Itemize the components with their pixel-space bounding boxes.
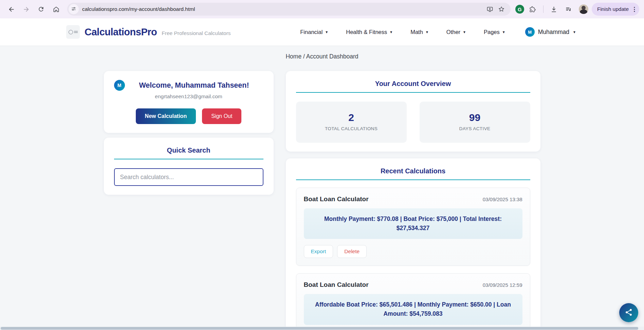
teal-divider (296, 179, 530, 180)
back-button[interactable] (5, 3, 18, 16)
recent-calculations-card: Recent Calculations Boat Loan Calculator… (286, 158, 540, 330)
main-nav: Financial ▼ Health & Fitness ▼ Math ▼ Ot… (300, 29, 505, 35)
welcome-avatar: M (114, 80, 125, 91)
brand-tagline: Free Professional Calculators (162, 30, 231, 36)
stat-days-active: 99 DAYS ACTIVE (420, 102, 530, 143)
nav-health-fitness[interactable]: Health & Fitness ▼ (346, 29, 393, 35)
chevron-down-icon: ▼ (425, 30, 429, 34)
install-icon (486, 6, 493, 13)
breadcrumb: Home / Account Dashboard (0, 53, 644, 60)
chevron-down-icon: ▼ (389, 30, 393, 34)
browser-toolbar: calculationspro.com/my-account/dashboard… (0, 0, 644, 18)
stat-label: DAYS ACTIVE (423, 126, 527, 131)
reload-button[interactable] (35, 3, 48, 16)
forward-icon (23, 6, 30, 13)
stat-label: TOTAL CALCULATIONS (299, 126, 403, 131)
downloads-button[interactable] (548, 3, 560, 16)
welcome-card: M Welcome, Muhammad Tahseen! engrtahseen… (104, 71, 274, 133)
quick-search-title: Quick Search (114, 146, 263, 154)
grammarly-icon: G (518, 6, 522, 12)
bookmark-button[interactable] (496, 3, 507, 15)
back-icon (8, 6, 15, 13)
nav-other[interactable]: Other ▼ (446, 29, 466, 35)
menu-kebab-icon[interactable]: ⋮ (631, 6, 637, 13)
site-info-icon (71, 6, 76, 13)
nav-math[interactable]: Math ▼ (410, 29, 429, 35)
url-bar[interactable]: calculationspro.com/my-account/dashboard… (67, 3, 511, 16)
account-overview-card: Your Account Overview 2 TOTAL CALCULATIO… (286, 71, 540, 152)
calculation-name: Boat Loan Calculator (304, 281, 369, 289)
calculation-item: Boat Loan Calculator 03/09/2025 12:59 Af… (296, 273, 530, 330)
chevron-down-icon: ▼ (325, 30, 328, 34)
sign-out-button[interactable]: Sign Out (202, 108, 241, 124)
grammarly-extension-button[interactable]: G (515, 5, 524, 14)
teal-divider (296, 92, 530, 93)
horizontal-scrollbar (0, 327, 644, 330)
share-fab[interactable] (619, 303, 638, 322)
search-input[interactable] (114, 168, 263, 186)
media-controls-button[interactable] (563, 3, 575, 16)
horizontal-scrollbar-thumb[interactable] (1, 327, 638, 330)
site-logo[interactable] (66, 25, 80, 39)
finish-update-button[interactable]: Finish update ⋮ (592, 3, 639, 16)
profile-avatar[interactable] (579, 4, 588, 14)
delete-button[interactable]: Delete (337, 245, 367, 258)
site-header: CalculationsPro Free Professional Calcul… (0, 18, 644, 46)
user-menu[interactable]: M Muhammad ▼ (525, 27, 576, 37)
account-overview-title: Your Account Overview (296, 80, 530, 88)
bookmark-star-icon (498, 6, 505, 13)
extensions-icon (529, 6, 536, 13)
site-info-button[interactable] (69, 4, 79, 14)
home-icon (53, 6, 60, 13)
calculation-result: Affordable Boat Price: $65,501.486 | Mon… (304, 294, 522, 325)
logo-ring-icon (69, 30, 73, 34)
breadcrumb-current: Account Dashboard (306, 53, 358, 60)
welcome-title: Welcome, Muhammad Tahseen! (125, 81, 263, 90)
home-button[interactable] (50, 3, 62, 16)
reload-icon (38, 6, 44, 13)
toolbar-divider (543, 5, 544, 13)
media-playlist-icon (565, 6, 572, 13)
teal-divider (114, 159, 263, 159)
main-content: Home / Account Dashboard M Welcome, Muha… (0, 53, 644, 330)
recent-calculations-title: Recent Calculations (296, 167, 530, 175)
nav-pages[interactable]: Pages ▼ (484, 29, 505, 35)
breadcrumb-separator: / (301, 53, 306, 60)
quick-search-card: Quick Search (104, 138, 274, 195)
account-email: engrtahseen123@gmail.com (114, 93, 263, 100)
calculation-result: Monthly Payment: $770.08 | Boat Price: $… (304, 208, 522, 239)
calculation-timestamp: 03/09/2025 12:59 (483, 282, 522, 288)
chevron-down-icon: ▼ (502, 30, 505, 34)
brand-name[interactable]: CalculationsPro (85, 27, 157, 38)
url-text[interactable]: calculationspro.com/my-account/dashboard… (82, 6, 484, 12)
calculation-item: Boat Loan Calculator 03/09/2025 13:38 Mo… (296, 188, 530, 266)
chevron-down-icon: ▼ (463, 30, 466, 34)
breadcrumb-home-link[interactable]: Home (286, 53, 301, 60)
export-button[interactable]: Export (304, 245, 333, 258)
new-calculation-button[interactable]: New Calculation (136, 108, 196, 124)
stat-total-calculations: 2 TOTAL CALCULATIONS (296, 102, 407, 143)
extensions-button[interactable] (526, 3, 539, 16)
nav-financial[interactable]: Financial ▼ (300, 29, 328, 35)
install-app-button[interactable] (484, 3, 496, 15)
share-icon (625, 308, 633, 317)
calculation-name: Boat Loan Calculator (304, 195, 369, 203)
user-avatar: M (525, 27, 535, 37)
calculation-timestamp: 03/09/2025 13:38 (483, 196, 522, 202)
stat-value: 99 (423, 112, 527, 123)
forward-button[interactable] (20, 3, 33, 16)
user-name: Muhammad (538, 29, 569, 36)
stat-value: 2 (299, 112, 403, 123)
chevron-down-icon: ▼ (573, 30, 576, 34)
download-icon (550, 6, 557, 13)
